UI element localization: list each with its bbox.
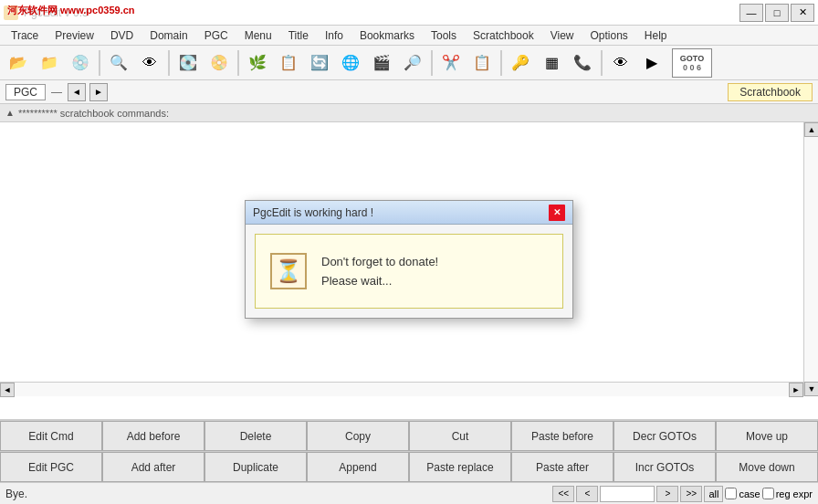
paste-replace-button[interactable]: Paste replace [409, 452, 511, 482]
nav-last-button[interactable]: >> [680, 486, 702, 502]
cut-tool-button[interactable]: ✂️ [436, 48, 466, 78]
move-down-button[interactable]: Move down [716, 452, 818, 482]
menu-help[interactable]: Help [637, 27, 675, 44]
working-dialog: PgcEdit is working hard ! ✕ ⏳ Don't forg… [245, 200, 573, 319]
refresh-button[interactable]: 🔄 [305, 48, 334, 78]
bottom-row2: Edit PGC Add after Duplicate Append Past… [0, 451, 818, 482]
copy-button[interactable]: 📋 [274, 48, 303, 78]
dialog-line2: Please wait... [321, 274, 438, 288]
append-button[interactable]: Append [307, 452, 409, 482]
copy-button-bot[interactable]: Copy [307, 421, 409, 451]
nav-next-button[interactable]: > [656, 486, 678, 502]
preview-button[interactable]: 👁 [135, 48, 164, 78]
toolbar-sep1 [99, 50, 100, 76]
dialog-close-button[interactable]: ✕ [549, 205, 565, 221]
menu-icon-button[interactable]: 📋 [467, 48, 497, 78]
menu-dvd[interactable]: DVD [103, 27, 141, 44]
menu-scratchbook[interactable]: Scratchbook [466, 27, 541, 44]
cut-button[interactable]: Cut [409, 421, 511, 451]
scroll-right-button[interactable]: ► [789, 383, 803, 397]
nav-all-button[interactable]: all [704, 486, 723, 502]
phone-button[interactable]: 📞 [568, 48, 597, 78]
app-icon: P [4, 5, 18, 20]
main-area: ▲ ********** scratchbook commands: ▲ ▼ ◄… [0, 104, 818, 420]
leaf-button[interactable]: 🌿 [243, 48, 272, 78]
pgc-separator: — [51, 86, 62, 99]
search-input[interactable] [600, 486, 655, 502]
menu-pgc[interactable]: PGC [197, 27, 236, 44]
nav-first-button[interactable]: << [552, 486, 574, 502]
qr-button[interactable]: ▦ [537, 48, 566, 78]
add-before-button[interactable]: Add before [102, 421, 204, 451]
arrow-button[interactable]: ▶ [637, 48, 666, 78]
disc-button[interactable]: 💿 [66, 48, 95, 78]
key-button[interactable]: 🔑 [506, 48, 535, 78]
cd-button[interactable]: 📀 [204, 48, 234, 78]
reg-expr-checkbox[interactable] [762, 488, 774, 499]
maximize-button[interactable]: □ [765, 4, 789, 22]
film-button[interactable]: 🎬 [367, 48, 396, 78]
menu-view[interactable]: View [543, 27, 582, 44]
dialog-icon: ⏳ [270, 253, 307, 289]
menu-tools[interactable]: Tools [424, 27, 464, 44]
scratchbook-button[interactable]: Scratchbook [728, 83, 813, 101]
scroll-up-button[interactable]: ▲ [804, 122, 818, 137]
status-nav: << < > >> all case reg expr [552, 486, 813, 502]
toolbar-sep2 [168, 50, 170, 76]
goto-box: GOTO 0 0 6 [672, 48, 712, 78]
duplicate-button[interactable]: Duplicate [204, 452, 307, 482]
dialog-line1: Don't forget to donate! [321, 255, 438, 268]
globe-button[interactable]: 🌐 [336, 48, 365, 78]
edit-cmd-button[interactable]: Edit Cmd [0, 421, 102, 451]
toolbar-sep3 [237, 50, 239, 76]
search2-button[interactable]: 🔎 [398, 48, 427, 78]
menu-title[interactable]: Title [281, 27, 316, 44]
open-button[interactable]: 📂 [4, 48, 33, 78]
paste-before-button[interactable]: Paste before [511, 421, 614, 451]
menu-menu[interactable]: Menu [237, 27, 279, 44]
scroll-down-button[interactable]: ▼ [804, 382, 818, 396]
incr-gotos-button[interactable]: Incr GOTOs [614, 452, 716, 482]
horizontal-scrollbar[interactable]: ◄ ► [0, 382, 803, 396]
menu-trace[interactable]: Trace [4, 27, 46, 44]
reg-expr-checkbox-label[interactable]: reg expr [762, 488, 813, 499]
pgc-prev-button[interactable]: ◄ [68, 83, 86, 101]
disc2-button[interactable]: 💽 [173, 48, 203, 78]
pgc-label: PGC [5, 84, 46, 100]
nav-prev-button[interactable]: < [576, 486, 598, 502]
eye-button[interactable]: 👁 [606, 48, 635, 78]
trace-button[interactable]: 🔍 [104, 48, 133, 78]
content-body: ▲ ▼ ◄ ► PgcEdit is working hard ! ✕ ⏳ Do… [0, 122, 818, 396]
paste-after-button[interactable]: Paste after [511, 452, 614, 482]
scroll-left-button[interactable]: ◄ [0, 383, 15, 397]
app-title: PgcEdit v 0.3 [24, 6, 89, 19]
vertical-scrollbar[interactable]: ▲ ▼ [803, 122, 818, 396]
menu-options[interactable]: Options [582, 27, 634, 44]
minimize-button[interactable]: — [739, 4, 763, 22]
close-button[interactable]: ✕ [791, 4, 814, 22]
scroll-v-track[interactable] [804, 137, 818, 382]
menu-domain[interactable]: Domain [142, 27, 194, 44]
menu-info[interactable]: Info [318, 27, 351, 44]
status-bar: Bye. << < > >> all case reg expr [0, 482, 818, 504]
header-arrow: ▲ [5, 108, 15, 118]
edit-pgc-button[interactable]: Edit PGC [0, 452, 102, 482]
open2-button[interactable]: 📁 [35, 48, 64, 78]
add-after-button[interactable]: Add after [102, 452, 204, 482]
scroll-h-track[interactable] [15, 383, 789, 396]
pgc-next-button[interactable]: ► [89, 83, 108, 101]
case-checkbox[interactable] [725, 488, 737, 499]
title-bar-left: P PgcEdit v 0.3 [4, 5, 89, 20]
dialog-title: PgcEdit is working hard ! [253, 206, 373, 219]
menu-preview[interactable]: Preview [47, 27, 101, 44]
content-header: ▲ ********** scratchbook commands: [0, 104, 818, 122]
decr-gotos-button[interactable]: Decr GOTOs [614, 421, 716, 451]
case-checkbox-label[interactable]: case [725, 488, 760, 499]
goto-value: 0 0 6 [683, 63, 701, 72]
dialog-body: ⏳ Don't forget to donate! Please wait... [255, 234, 563, 309]
bottom-row1: Edit Cmd Add before Delete Copy Cut Past… [0, 420, 818, 451]
move-up-button[interactable]: Move up [716, 421, 818, 451]
menu-bookmarks[interactable]: Bookmarks [352, 27, 422, 44]
delete-button[interactable]: Delete [204, 421, 307, 451]
dialog-titlebar: PgcEdit is working hard ! ✕ [246, 201, 572, 225]
